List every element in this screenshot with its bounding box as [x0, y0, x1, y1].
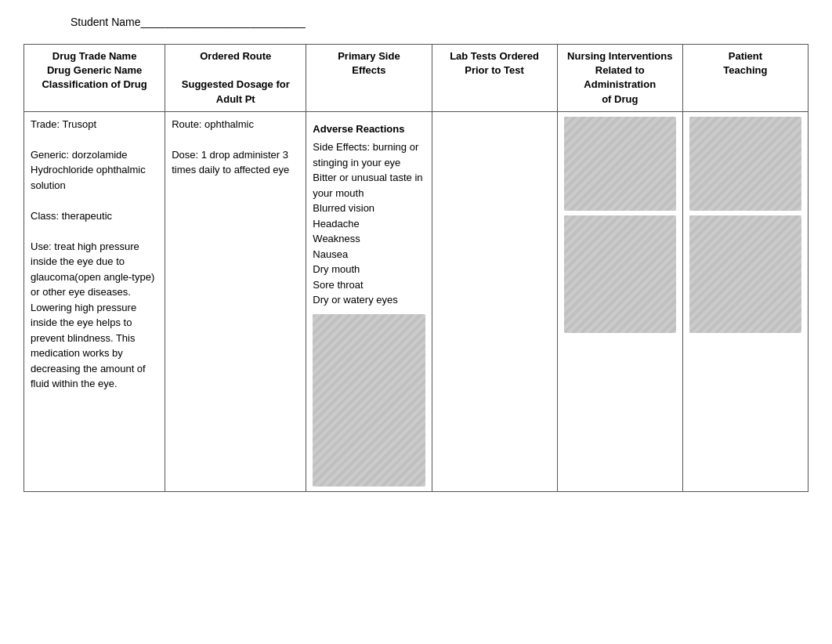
side-effects-intro: Side Effects: burning or stinging in you… [313, 139, 425, 170]
patient-blurred-top [689, 117, 801, 211]
table-row: Trade: Trusopt Generic: dorzolamide Hydr… [24, 111, 808, 491]
trade-name: Trade: Trusopt [31, 117, 158, 132]
adverse-reactions-header: Adverse Reactions [313, 121, 425, 137]
col-header-drug: Drug Trade Name Drug Generic Name Classi… [24, 45, 165, 112]
nursing-cell [557, 111, 682, 491]
side-effects-cell: Adverse Reactions Side Effects: burning … [306, 111, 432, 491]
drug-use: Use: treat high pressure inside the eye … [31, 239, 158, 392]
drug-class: Class: therapeutic [31, 208, 158, 224]
side-effect-nausea: Nausea [313, 247, 425, 262]
patient-blurred-bottom [689, 215, 801, 333]
nursing-blurred-bottom [564, 215, 676, 333]
side-effect-blurred: Blurred vision [313, 201, 425, 216]
col-header-nursing: Nursing Interventions Related to Adminis… [557, 45, 682, 112]
side-effect-headache: Headache [313, 216, 425, 232]
lab-tests-cell [432, 111, 557, 491]
student-name-label: Student Name___________________________ [71, 16, 306, 28]
side-effect-dry-mouth: Dry mouth [313, 262, 425, 277]
route-cell: Route: ophthalmic Dose: 1 drop administe… [165, 111, 306, 491]
col-header-patient: Patient Teaching [682, 45, 808, 112]
drug-cell: Trade: Trusopt Generic: dorzolamide Hydr… [24, 111, 165, 491]
generic-name: Generic: dorzolamide Hydrochloride ophth… [31, 147, 158, 194]
student-name-row: Student Name___________________________ [24, 16, 808, 28]
side-effect-weakness: Weakness [313, 231, 425, 247]
dose-value: Dose: 1 drop administer 3 times daily to… [172, 147, 299, 178]
col-header-lab: Lab Tests Ordered Prior to Test [432, 45, 557, 112]
main-table: Drug Trade Name Drug Generic Name Classi… [24, 44, 808, 492]
patient-teaching-cell [682, 111, 808, 491]
side-effect-bitter: Bitter or unusual taste in your mouth [313, 170, 425, 201]
col-header-side: Primary Side Effects [306, 45, 432, 112]
side-effects-blurred-image [313, 314, 425, 487]
page-container: Student Name___________________________ … [0, 0, 832, 508]
col-header-route: Ordered Route Suggested Dosage for Adult… [165, 45, 306, 112]
route-value: Route: ophthalmic [172, 117, 299, 132]
side-effect-dry-watery: Dry or watery eyes [313, 292, 425, 308]
side-effect-sore-throat: Sore throat [313, 277, 425, 293]
nursing-blurred-top [564, 117, 676, 211]
